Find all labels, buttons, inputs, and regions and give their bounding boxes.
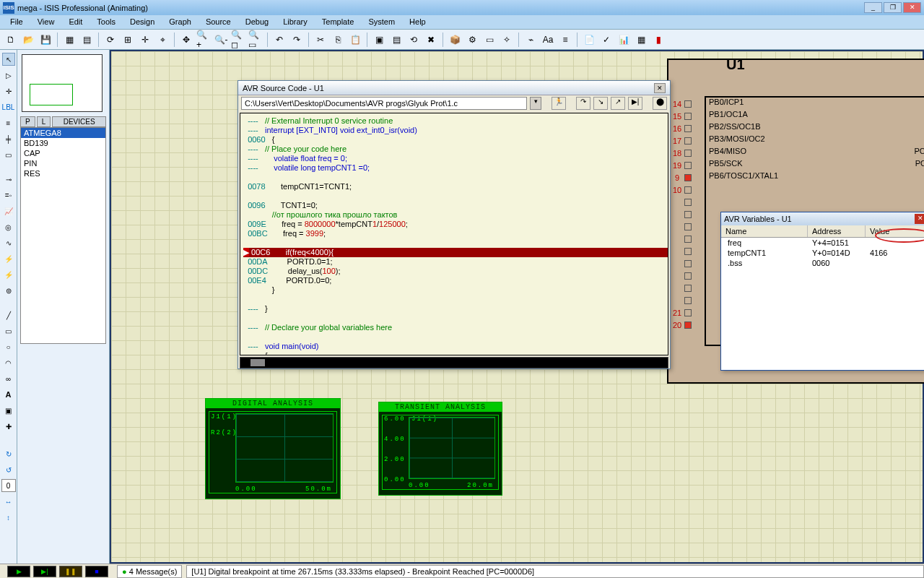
chip-pin[interactable]: 15 bbox=[670, 110, 692, 122]
device-item[interactable]: CAP bbox=[21, 148, 105, 158]
angle-field[interactable]: 0 bbox=[1, 479, 16, 492]
select-mode-icon[interactable]: ↖ bbox=[2, 53, 15, 66]
menu-source[interactable]: Source bbox=[199, 15, 238, 29]
restore-button[interactable]: ❐ bbox=[884, 2, 902, 13]
code-line[interactable]: ---- // Declare your global variables he… bbox=[243, 323, 668, 332]
line-icon[interactable]: ╱ bbox=[2, 309, 15, 322]
transient-analysis-graph[interactable]: TRANSIENT ANALYSIS 6.00 4.00 2.00 0.00 J… bbox=[378, 402, 502, 496]
text-icon[interactable]: A bbox=[2, 388, 15, 401]
wire-autoroute-icon[interactable]: ⌁ bbox=[523, 32, 539, 48]
chip-pin[interactable]: 14 bbox=[670, 98, 692, 110]
box-icon[interactable]: ▭ bbox=[2, 324, 15, 337]
code-line[interactable] bbox=[243, 295, 668, 304]
bus-icon[interactable]: ╪ bbox=[2, 132, 15, 145]
graph-mode-icon[interactable]: 📈 bbox=[2, 204, 15, 217]
menu-design[interactable]: Design bbox=[123, 15, 162, 29]
decompose-icon[interactable]: ✧ bbox=[499, 32, 515, 48]
variable-row[interactable]: freqY+4=0151 bbox=[721, 238, 924, 248]
undo-icon[interactable]: ↶ bbox=[271, 32, 287, 48]
code-line[interactable] bbox=[243, 173, 668, 182]
step-out-icon[interactable]: ↗ bbox=[611, 97, 625, 110]
sheet-icon[interactable]: ▤ bbox=[79, 32, 95, 48]
arc-icon[interactable]: ◠ bbox=[2, 356, 15, 369]
save-icon[interactable]: 💾 bbox=[38, 32, 53, 48]
chip-pin[interactable] bbox=[670, 208, 692, 220]
open-icon[interactable]: 📂 bbox=[20, 32, 36, 48]
code-line[interactable]: 0060 { bbox=[243, 135, 668, 144]
redo-icon[interactable]: ↷ bbox=[289, 32, 305, 48]
device-item[interactable]: PIN bbox=[21, 158, 105, 168]
chip-pin[interactable]: 19 bbox=[670, 159, 692, 171]
run-to-icon[interactable]: ▶| bbox=[628, 97, 642, 110]
picker-p-tab[interactable]: P bbox=[20, 116, 35, 127]
tape-icon[interactable]: ◎ bbox=[2, 220, 15, 233]
search-icon[interactable]: Aa bbox=[540, 32, 556, 48]
menu-debug[interactable]: Debug bbox=[238, 15, 276, 29]
symbol-icon[interactable]: ▣ bbox=[2, 404, 15, 417]
run-icon[interactable]: 🏃 bbox=[552, 97, 566, 110]
origin-icon[interactable]: ✛ bbox=[137, 32, 153, 48]
code-line[interactable]: ▶ 00C6 if(freq<4000){ bbox=[243, 248, 668, 257]
chip-pin[interactable] bbox=[670, 282, 692, 294]
source-path-dropdown[interactable]: ▾ bbox=[530, 97, 541, 110]
chip-pin[interactable]: 20 bbox=[670, 319, 692, 331]
menu-template[interactable]: Template bbox=[315, 15, 362, 29]
menu-graph[interactable]: Graph bbox=[162, 15, 199, 29]
make-icon[interactable]: ⚙ bbox=[464, 32, 480, 48]
step-into-icon[interactable]: ↘ bbox=[593, 97, 608, 110]
paste-icon[interactable]: 📋 bbox=[347, 32, 363, 48]
mirror-v-icon[interactable]: ↕ bbox=[2, 511, 15, 524]
chip-pin[interactable]: 18 bbox=[670, 147, 692, 159]
copy-icon[interactable]: ⎘ bbox=[330, 32, 346, 48]
digital-analysis-graph[interactable]: DIGITAL ANALYSIS J1(1) R2(2) 0.00 50.0m bbox=[205, 398, 341, 499]
zoom-in-icon[interactable]: 🔍+ bbox=[196, 32, 212, 48]
menu-help[interactable]: Help bbox=[402, 15, 433, 29]
mirror-h-icon[interactable]: ↔ bbox=[2, 495, 15, 508]
code-line[interactable]: ---- } bbox=[243, 304, 668, 314]
close-button[interactable]: ✕ bbox=[903, 2, 921, 13]
chip-pin[interactable]: 10 bbox=[670, 184, 692, 196]
device-item[interactable]: BD139 bbox=[21, 138, 105, 148]
variable-row[interactable]: .bss0060 bbox=[721, 258, 924, 268]
zoom-area-icon[interactable]: 🔍▭ bbox=[248, 32, 263, 48]
chip-pin[interactable] bbox=[670, 269, 692, 282]
bom-icon[interactable]: 📊 bbox=[616, 32, 632, 48]
pan-icon[interactable]: ✥ bbox=[178, 32, 194, 48]
netlist-icon[interactable]: 📄 bbox=[581, 32, 597, 48]
variables-window[interactable]: AVR Variables - U1 ✕ Name Address Value … bbox=[720, 212, 924, 371]
marker-icon[interactable]: ✚ bbox=[2, 420, 15, 433]
text-script-icon[interactable]: ≡ bbox=[2, 116, 15, 129]
chip-pin[interactable]: 21 bbox=[670, 306, 692, 319]
code-line[interactable]: ---- // Place your code here bbox=[243, 144, 668, 154]
code-line[interactable]: //от прошлого тика прошло тактов bbox=[243, 210, 668, 220]
label-icon[interactable]: LBL bbox=[2, 100, 15, 113]
ares-icon[interactable]: ▮ bbox=[650, 32, 666, 48]
netlist-export-icon[interactable]: ▦ bbox=[633, 32, 649, 48]
chip-pin[interactable] bbox=[670, 220, 692, 233]
source-path-input[interactable] bbox=[241, 97, 527, 110]
pick-icon[interactable]: 📦 bbox=[447, 32, 463, 48]
menu-system[interactable]: System bbox=[361, 15, 402, 29]
code-line[interactable] bbox=[243, 314, 668, 323]
grid-icon[interactable]: ⊞ bbox=[120, 32, 136, 48]
sim-stop-button[interactable]: ■ bbox=[85, 566, 108, 577]
code-line[interactable] bbox=[243, 191, 668, 201]
terminal-icon[interactable]: ⊸ bbox=[2, 173, 15, 186]
path-icon[interactable]: ∞ bbox=[2, 372, 15, 385]
sim-play-button[interactable]: ▶ bbox=[7, 566, 30, 577]
code-line[interactable] bbox=[243, 238, 668, 248]
subcircuit-icon[interactable]: ▭ bbox=[2, 148, 15, 161]
code-line[interactable]: ---- volatile long tempCNT1 =0; bbox=[243, 163, 668, 173]
code-line[interactable]: ---- interrupt [EXT_INT0] void ext_int0_… bbox=[243, 126, 668, 135]
block-rotate-icon[interactable]: ⟲ bbox=[406, 32, 422, 48]
code-line[interactable]: 00DA PORTD.0=1; bbox=[243, 257, 668, 267]
probe-v-icon[interactable]: ⚡ bbox=[2, 252, 15, 265]
chip-pin[interactable]: 9 bbox=[670, 171, 692, 184]
device-list[interactable]: ATMEGA8 BD139 CAP PIN RES bbox=[20, 127, 106, 344]
source-code-window[interactable]: AVR Source Code - U1 ✕ ▾ 🏃 ↷ ↘ ↗ ▶| ⬤ --… bbox=[237, 80, 671, 369]
zoom-all-icon[interactable]: 🔍◻ bbox=[230, 32, 246, 48]
cut-icon[interactable]: ✂ bbox=[313, 32, 328, 48]
step-over-icon[interactable]: ↷ bbox=[576, 97, 590, 110]
erc-icon[interactable]: ✓ bbox=[598, 32, 614, 48]
code-line[interactable]: ---- // External Interrupt 0 service rou… bbox=[243, 116, 668, 126]
